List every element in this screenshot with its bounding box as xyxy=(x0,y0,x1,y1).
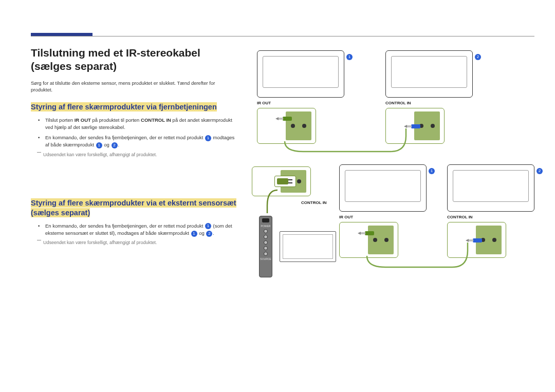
page-title: Tilslutning med et IR-stereokabel (sælge… xyxy=(31,46,236,73)
monitor-2-icon: 2 xyxy=(385,50,473,98)
svg-rect-7 xyxy=(361,232,365,234)
header-rule xyxy=(31,36,534,36)
text-column: Tilslutning med et IR-stereokabel (sælge… xyxy=(31,46,236,298)
num-badge-2-icon: 2 xyxy=(536,168,543,174)
label-ir-out: IR OUT xyxy=(339,215,353,219)
svg-rect-1 xyxy=(279,118,283,120)
num-badge-1-icon: 1 xyxy=(191,231,197,237)
page-content: Tilslutning med et IR-stereokabel (sælge… xyxy=(31,46,524,298)
num-badge-2-icon: 2 xyxy=(206,231,212,237)
num-badge-1-icon: 1 xyxy=(205,135,211,141)
svg-rect-0 xyxy=(283,117,292,121)
svg-marker-2 xyxy=(275,117,279,120)
section-remote: Styring af flere skærmprodukter via fjer… xyxy=(31,102,236,157)
label-ir-out: IR OUT xyxy=(257,101,271,105)
svg-rect-6 xyxy=(365,231,374,235)
section1-note: Udseendet kan være forskelligt, afhængig… xyxy=(43,152,236,157)
svg-marker-5 xyxy=(404,125,407,128)
figure-sensor-connection: 1 2 IR OUT CONTROL IN CONTROL IN xyxy=(252,164,524,298)
diagram-column: 1 2 IR OUT CONTROL IN xyxy=(252,46,524,298)
intro-text: Sørg for at tilslutte den eksterne senso… xyxy=(31,80,236,94)
section2-note: Udseendet kan være forskelligt, afhængig… xyxy=(43,240,236,245)
svg-marker-8 xyxy=(358,232,361,235)
external-sensor-icon xyxy=(280,231,336,262)
num-badge-1-icon: 1 xyxy=(346,54,353,60)
audio-plug-green-icon xyxy=(358,229,375,235)
section2-bullets: En kommando, der sendes fra fjernbetjeni… xyxy=(40,222,236,237)
svg-rect-9 xyxy=(473,238,482,242)
num-badge-2-icon: 2 xyxy=(112,142,118,148)
port-box-ir-out xyxy=(339,222,398,258)
num-badge-1-icon: 1 xyxy=(429,168,435,174)
svg-rect-4 xyxy=(407,125,412,127)
label-control-in: CONTROL IN xyxy=(447,215,473,219)
svg-marker-11 xyxy=(466,239,469,242)
audio-plug-green-icon xyxy=(275,115,293,121)
port-box-ir-out xyxy=(257,108,316,144)
monitor-2-icon: 2 xyxy=(447,164,534,212)
svg-rect-3 xyxy=(411,124,420,128)
section1-bullets: Tilslut porten IR OUT på produktet til p… xyxy=(40,117,236,149)
figure-remote-connection: 1 2 IR OUT CONTROL IN xyxy=(252,46,524,159)
audio-plug-blue-icon xyxy=(466,236,483,242)
bullet-sensor-command: En kommando, der sendes fra fjernbetjeni… xyxy=(40,222,236,237)
num-badge-2-icon: 2 xyxy=(475,54,481,60)
num-badge-1-icon: 1 xyxy=(205,223,211,229)
section1-heading: Styring af flere skærmprodukter via fjer… xyxy=(31,102,217,111)
monitor-1-icon: 1 xyxy=(339,164,427,212)
remote-control-icon: POWER SOURCE xyxy=(259,216,272,277)
monitor-1-icon: 1 xyxy=(257,50,344,98)
audio-plug-blue-icon xyxy=(404,122,421,128)
section-sensor: Styring af flere skærmprodukter via et e… xyxy=(31,198,236,246)
num-badge-1-icon: 1 xyxy=(96,142,102,148)
bullet-connect-ports: Tilslut porten IR OUT på produktet til p… xyxy=(40,117,236,132)
bullet-command-both: En kommando, der sendes fra fjernbetjeni… xyxy=(40,134,236,149)
label-control-in: CONTROL IN xyxy=(301,200,327,205)
label-control-in: CONTROL IN xyxy=(385,101,411,105)
section2-heading: Styring af flere skærmprodukter via et e… xyxy=(31,198,236,218)
svg-rect-10 xyxy=(469,239,473,241)
sensor-connector-icon xyxy=(274,176,296,187)
